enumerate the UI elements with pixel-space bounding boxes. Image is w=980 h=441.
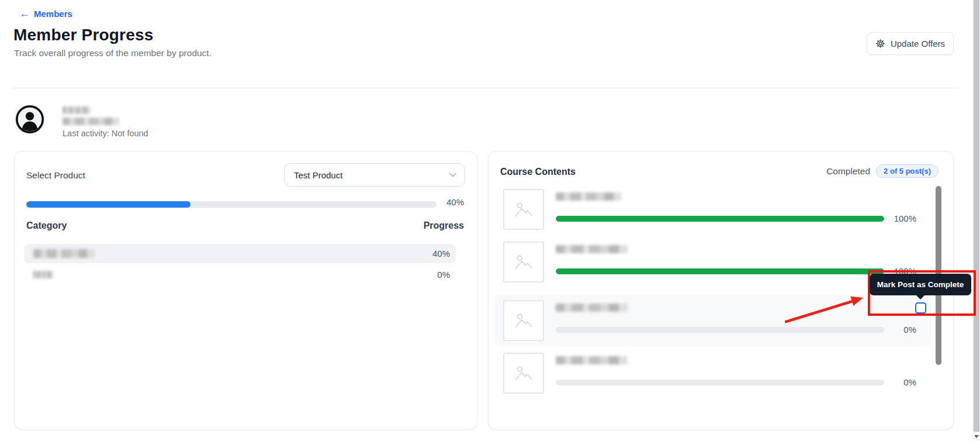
post-progress-value: 0% — [884, 377, 916, 387]
post-progress-fill — [556, 268, 884, 274]
product-progress-card: Select Product Test Product 40% Category… — [14, 151, 477, 430]
category-column-header: Category — [26, 220, 67, 231]
product-select[interactable]: Test Product — [284, 163, 465, 187]
post-progress-bar — [556, 216, 884, 222]
chevron-down-icon — [449, 173, 456, 177]
completed-label: Completed — [826, 166, 870, 177]
back-link-label: Members — [34, 9, 72, 19]
progress-column-header: Progress — [365, 220, 464, 231]
category-table-row: 40% — [24, 244, 456, 263]
course-item-row[interactable]: 0% — [494, 347, 931, 399]
user-circle-icon — [15, 126, 45, 136]
page-title: Member Progress — [13, 26, 154, 44]
category-progress-value: 0% — [437, 266, 450, 284]
overall-progress-value: 40% — [432, 197, 464, 207]
post-progress-value: 0% — [884, 325, 916, 335]
post-progress-bar — [556, 380, 884, 385]
update-offers-label: Update Offers — [891, 39, 945, 49]
overall-progress-bar — [26, 201, 437, 208]
post-progress-value: 100% — [884, 213, 916, 223]
image-placeholder-icon — [503, 189, 544, 230]
overall-progress-fill — [26, 201, 191, 208]
redacted-post-title — [556, 356, 628, 364]
post-progress-bar — [556, 268, 884, 274]
course-item-row[interactable]: 100% — [494, 236, 931, 288]
post-progress-fill — [556, 216, 884, 222]
header-divider — [12, 88, 958, 88]
image-placeholder-icon — [503, 300, 544, 341]
member-avatar — [15, 104, 45, 135]
mark-post-complete-checkbox[interactable] — [915, 302, 926, 313]
image-placeholder-icon — [503, 353, 544, 394]
member-progress-page: ← Members Member Progress Track overall … — [0, 0, 980, 441]
redacted-category-name — [33, 271, 53, 278]
redacted-category-name — [33, 249, 95, 258]
scrollbar-down-button[interactable] — [972, 432, 980, 441]
page-scrollbar[interactable] — [972, 0, 980, 441]
update-offers-button[interactable]: Update Offers — [867, 32, 954, 55]
category-table-row: 0% — [24, 266, 456, 284]
last-activity-text: Last activity: Not found — [63, 129, 148, 138]
scroll-down-arrow-icon — [974, 435, 979, 438]
course-contents-title: Course Contents — [500, 167, 576, 177]
back-arrow-icon: ← — [19, 8, 30, 19]
redacted-post-title — [556, 304, 628, 312]
mark-post-complete-tooltip: Mark Post as Complete — [870, 274, 971, 295]
image-placeholder-icon — [503, 242, 544, 282]
course-item-row[interactable]: 100% — [494, 183, 931, 236]
redacted-member-name — [63, 106, 91, 114]
completed-summary: Completed 2 of 5 post(s) — [826, 164, 939, 178]
completed-count-badge: 2 of 5 post(s) — [876, 164, 939, 178]
select-product-label: Select Product — [26, 170, 85, 181]
back-to-members-link[interactable]: ← Members — [19, 8, 72, 19]
post-progress-bar — [556, 327, 884, 333]
redacted-member-email — [63, 118, 119, 125]
gear-icon — [875, 39, 885, 49]
tooltip-label: Mark Post as Complete — [877, 280, 964, 289]
product-select-value: Test Product — [294, 170, 342, 180]
redacted-post-title — [556, 192, 621, 201]
page-scrollbar-thumb[interactable] — [974, 0, 979, 432]
annotation-arrow — [780, 291, 871, 326]
category-progress-value: 40% — [432, 244, 450, 263]
page-subtitle: Track overall progress of the member by … — [14, 48, 212, 58]
redacted-post-title — [556, 245, 628, 253]
